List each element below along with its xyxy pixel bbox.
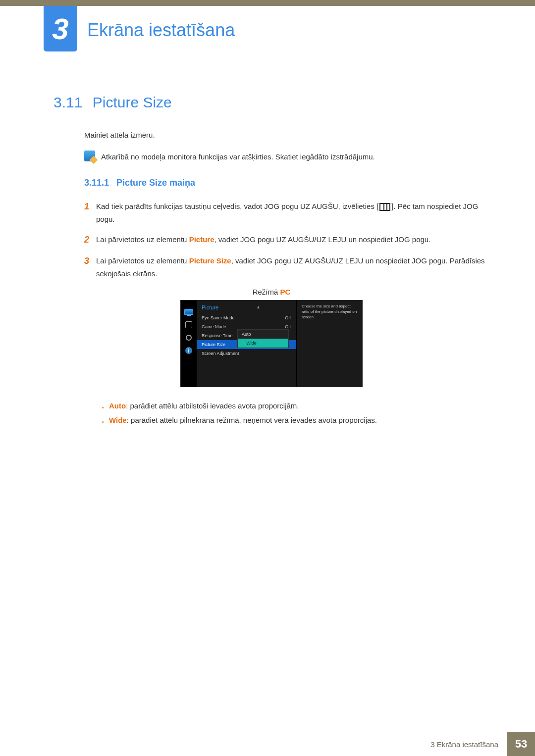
osd-nav-icons: i [181, 301, 197, 387]
osd-up-arrow-icon: ▲ [256, 304, 261, 309]
step-number: 2 [84, 233, 96, 247]
option-auto: Auto: parādiet attēlu atbilstoši ievades… [102, 399, 489, 413]
step-1: 1 Kad tiek parādīts funkcijas taustiņu c… [84, 200, 489, 225]
note-text: Atkarībā no modeļa monitora funkcijas va… [101, 151, 375, 163]
chapter-title: Ekrāna iestatīšana [87, 20, 235, 41]
section-number: 3.11 [54, 94, 82, 110]
step-text: Lai pārvietotos uz elementu Picture, vad… [96, 233, 430, 246]
osd-description: Choose the size and aspect ratio of the … [297, 301, 362, 387]
section-title: Picture Size [93, 94, 172, 110]
osd-row-eye-saver: Eye Saver ModeOff [197, 313, 296, 322]
step-3: 3 Lai pārvietotos uz elementu Picture Si… [84, 254, 489, 280]
steps-list: 1 Kad tiek parādīts funkcijas taustiņu c… [84, 200, 489, 280]
osd-row-screen-adjustment: Screen Adjustment [197, 349, 296, 358]
info-tab-icon: i [184, 347, 193, 354]
subsection-number: 3.11.1 [84, 178, 109, 188]
osd-menu-header: Picture [197, 303, 296, 313]
intro-text: Mainiet attēla izmēru. [84, 129, 489, 142]
chapter-number: 3 [52, 12, 68, 46]
osd-screenshot: i Picture ▲ Eye Saver ModeOff Game ModeO… [180, 300, 363, 387]
step-2: 2 Lai pārvietotos uz elementu Picture, v… [84, 233, 489, 247]
mode-label: Režīmā PC [54, 288, 489, 296]
footer-chapter-text: 3 Ekrāna iestatīšana [430, 732, 507, 756]
osd-option-wide: Wide [238, 339, 288, 348]
chapter-number-box: 3 [44, 6, 77, 51]
step-number: 3 [84, 254, 96, 268]
footer-page-number: 53 [507, 732, 535, 756]
step-text: Lai pārvietotos uz elementu Picture Size… [96, 254, 489, 280]
resize-tab-icon [184, 321, 193, 328]
option-wide: Wide: parādiet attēlu pilnekrāna režīmā,… [102, 413, 489, 428]
picture-tab-icon [184, 308, 193, 315]
osd-option-auto: Auto [238, 330, 288, 339]
step-number: 1 [84, 200, 96, 213]
note-row: Atkarībā no modeļa monitora funkcijas va… [84, 151, 489, 163]
note-icon [84, 151, 95, 161]
step-text: Kad tiek parādīts funkcijas taustiņu ceļ… [96, 200, 489, 225]
osd-menu: Picture ▲ Eye Saver ModeOff Game ModeOff… [197, 301, 296, 387]
section-heading: 3.11 Picture Size [54, 94, 489, 111]
subsection-title: Picture Size maiņa [116, 178, 195, 188]
page-footer: 3 Ekrāna iestatīšana 53 [0, 732, 535, 756]
settings-tab-icon [184, 334, 193, 341]
top-accent-bar [0, 0, 535, 6]
subsection-heading: 3.11.1 Picture Size maiņa [84, 178, 489, 188]
menu-icon [379, 203, 390, 211]
options-list: Auto: parādiet attēlu atbilstoši ievades… [102, 399, 489, 427]
osd-dropdown: Auto Wide [237, 329, 289, 348]
page-content: 3.11 Picture Size Mainiet attēla izmēru.… [54, 94, 489, 427]
